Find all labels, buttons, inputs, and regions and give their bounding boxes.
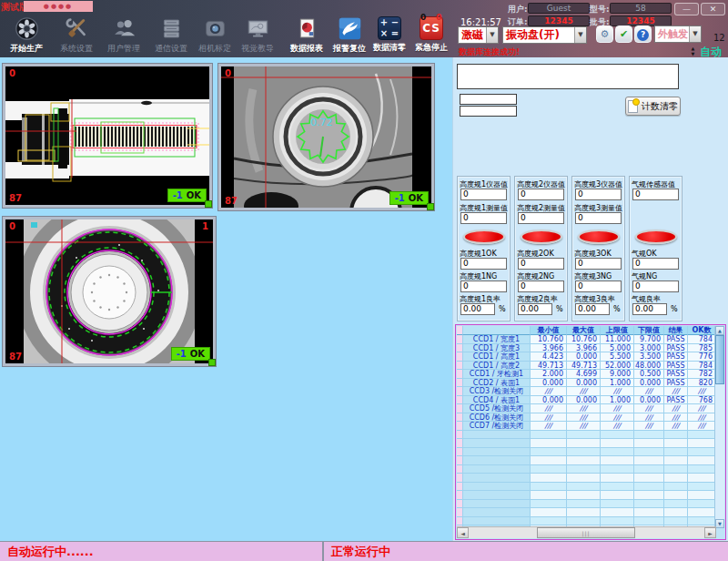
- gauge-yield-input[interactable]: 0.00: [460, 303, 495, 315]
- toolbar-item-comm-settings[interactable]: 通信设置: [147, 16, 196, 55]
- gauge-measure-input[interactable]: 0: [518, 212, 564, 224]
- confirm-button[interactable]: ✔: [615, 26, 632, 43]
- close-button[interactable]: ✕: [701, 3, 725, 15]
- table-cell: 最小值: [531, 326, 567, 335]
- toolbar-item-vision-teaching[interactable]: 视觉教导: [233, 16, 282, 55]
- table-row[interactable]: CCD1 / 高度249.71349.71352.00048.000PASS78…: [457, 362, 716, 371]
- gauge-ok-input[interactable]: 0: [575, 258, 622, 270]
- gauge-ok-input[interactable]: 0: [518, 258, 564, 270]
- table-cell: 0.000: [567, 396, 601, 405]
- gauge-instrument-input[interactable]: 0: [460, 189, 507, 200]
- table-cell: 0.000: [531, 396, 567, 405]
- gauge-yield-input[interactable]: 0.00: [632, 303, 667, 315]
- table-cell: [457, 387, 463, 396]
- toolbar-item-system-settings[interactable]: 系统设置: [52, 16, 101, 55]
- horizontal-scrollbar[interactable]: ◄ ||| ►: [457, 526, 716, 538]
- horizontal-scroll-thumb[interactable]: |||: [537, 527, 635, 538]
- auto-spinner[interactable]: ▲▼: [689, 46, 697, 56]
- scroll-up-icon[interactable]: ▲: [715, 326, 724, 335]
- table-header-row: 最小值最大值上限值下限值结果OK数: [457, 326, 716, 335]
- minimize-button[interactable]: —: [674, 3, 699, 15]
- table-cell: ///: [531, 404, 567, 413]
- trigger-mode-combo[interactable]: 外触发 ▼: [654, 26, 702, 43]
- gauge-instrument-input[interactable]: 0: [518, 189, 564, 200]
- help-button[interactable]: ?: [634, 26, 652, 43]
- table-row[interactable]: CCD4 / 表面10.0000.0001.0000.000PASS768: [457, 396, 716, 405]
- table-row[interactable]: CCD1 / 宽度110.76010.76011.0009.700PASS784: [457, 335, 716, 344]
- gauge-ok-input[interactable]: 0: [460, 258, 507, 270]
- toolbar-item-start-production[interactable]: 开始生产: [2, 16, 51, 55]
- result-value: -1: [395, 193, 405, 203]
- toolbar-item-label: 系统设置: [52, 43, 101, 55]
- resize-grip[interactable]: [427, 203, 434, 210]
- chevron-down-icon[interactable]: ▼: [486, 27, 498, 43]
- scroll-down-icon[interactable]: ▼: [715, 519, 724, 528]
- table-cell: PASS: [664, 362, 688, 371]
- table-row-empty: [457, 456, 716, 465]
- scroll-right-icon[interactable]: ►: [704, 527, 716, 538]
- barcode-display[interactable]: [457, 64, 679, 89]
- magnetize-combo[interactable]: 激磁 ▼: [458, 26, 499, 44]
- estop-icon: 00 CS: [420, 16, 443, 40]
- gauge-measure-input[interactable]: 0: [575, 212, 622, 224]
- count-field-1[interactable]: [460, 94, 517, 105]
- table-cell: PASS: [664, 344, 688, 353]
- table-cell: [457, 344, 463, 353]
- gauge-ng-input[interactable]: 0: [575, 280, 622, 292]
- percent-label: %: [671, 305, 678, 313]
- toolbar-item-camera-calibration[interactable]: 相机标定: [190, 16, 239, 55]
- table-cell: 1.000: [601, 379, 634, 388]
- chevron-down-icon[interactable]: ▼: [574, 27, 586, 43]
- table-cell: CCD4 / 表面1: [463, 396, 531, 405]
- settings-gear-button[interactable]: ⚙: [596, 26, 613, 43]
- table-cell: [457, 448, 463, 457]
- camera1-frame-count: 87: [9, 193, 22, 203]
- table-cell: ///: [567, 387, 601, 396]
- gauge-measure-input[interactable]: 0: [460, 212, 507, 224]
- gauge-instrument-input[interactable]: 0: [632, 189, 679, 200]
- camera-view-3[interactable]: 0 1 87 -1OK: [3, 217, 216, 366]
- camera-view-2[interactable]: 0.72 0 87 -1OK: [218, 64, 434, 210]
- table-cell: 784: [688, 362, 716, 371]
- resize-grip[interactable]: [205, 200, 212, 208]
- table-cell: ///: [634, 413, 664, 423]
- gauge-instrument-input[interactable]: 0: [575, 189, 622, 200]
- toolbar-item-user-management[interactable]: 用户管理: [99, 16, 148, 55]
- camera-view-1[interactable]: 0 87 -1OK: [3, 64, 212, 208]
- count-field-2[interactable]: [460, 106, 517, 117]
- resize-grip[interactable]: [208, 359, 216, 366]
- table-row-empty: [457, 517, 716, 526]
- gauge-ng-input[interactable]: 0: [460, 280, 507, 292]
- gauge-yield-input[interactable]: 0.00: [518, 303, 552, 315]
- gauge-status-lamp: [521, 230, 562, 244]
- toolbar-item-data-report[interactable]: 数据报表: [282, 16, 331, 55]
- table-cell: [463, 431, 531, 440]
- scroll-left-icon[interactable]: ◄: [457, 527, 469, 538]
- gauge-ng-input[interactable]: 0: [632, 280, 679, 292]
- gauge-status-lamp: [578, 230, 620, 244]
- table-cell: [457, 335, 463, 344]
- table-row[interactable]: CCD1 / 宽度33.9663.9665.0003.000PASS785: [457, 344, 716, 353]
- gauge-ok-input[interactable]: 0: [632, 258, 679, 270]
- gauge-yield-input[interactable]: 0.00: [575, 303, 610, 315]
- chevron-down-icon[interactable]: ▼: [689, 26, 701, 42]
- table-cell: [664, 500, 688, 509]
- vertical-scrollbar[interactable]: ▲ ▼: [714, 326, 724, 528]
- table-row[interactable]: CCD5 /检测关闭//////////////////: [457, 404, 716, 413]
- table-row[interactable]: CCD2 / 表面10.0000.0001.0000.000PASS820: [457, 379, 716, 388]
- table-cell: CCD1 / 高度1: [463, 352, 531, 362]
- calc-minus: −: [389, 17, 400, 28]
- vertical-scroll-thumb[interactable]: [715, 335, 724, 384]
- gauge-ng-input[interactable]: 0: [518, 280, 564, 292]
- table-row[interactable]: CCD1 / 牙检测12.0004.6999.0000.500PASS782: [457, 370, 716, 379]
- toolbar-item-emergency-stop[interactable]: 00 CS 紧急停止: [407, 16, 456, 54]
- table-row[interactable]: CCD3 /检测关闭//////////////////: [457, 387, 716, 396]
- table-cell: ///: [634, 404, 664, 413]
- table-row[interactable]: CCD1 / 高度14.4230.0005.5003.500PASS776: [457, 352, 716, 362]
- clear-count-button[interactable]: 计数清零: [625, 97, 681, 116]
- table-cell: [567, 465, 601, 474]
- table-cell: [688, 465, 716, 474]
- table-row[interactable]: CCD7 /检测关闭//////////////////: [457, 422, 716, 431]
- vibrator-combo[interactable]: 振动盘(开) ▼: [502, 26, 587, 44]
- table-row[interactable]: CCD6 /检测关闭//////////////////: [457, 413, 716, 423]
